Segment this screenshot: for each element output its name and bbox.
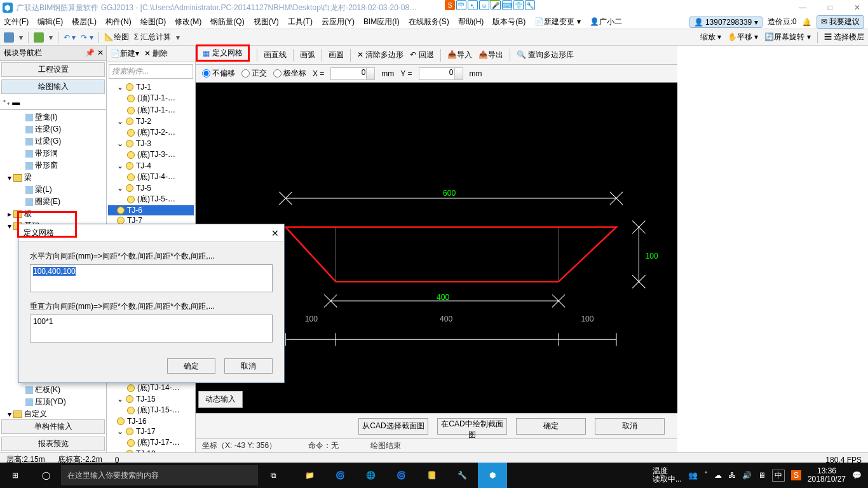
menu-draw[interactable]: 绘图(D) xyxy=(140,17,166,27)
draw-btn[interactable]: 📐绘图 xyxy=(104,32,129,43)
select-floor-btn[interactable]: ☰ 选择楼层 xyxy=(824,32,864,43)
h-spacing-input[interactable]: 100,400,100 xyxy=(30,264,273,292)
tray-up-icon[interactable]: ˄ xyxy=(704,471,708,480)
menu-help[interactable]: 帮助(H) xyxy=(458,17,484,27)
cortana-icon[interactable]: ◯ xyxy=(31,463,61,488)
menu-component[interactable]: 构件(N) xyxy=(105,17,132,27)
pin-icon[interactable]: 📌 xyxy=(85,48,95,57)
del-btn[interactable]: ✕ 删除 xyxy=(144,48,168,59)
polar-radio[interactable]: 极坐标 xyxy=(273,68,306,79)
ime-tool-icon[interactable]: 👕 xyxy=(513,0,524,10)
task-swirl-icon[interactable]: 🌀 xyxy=(386,463,416,488)
expand-icon[interactable]: ⁺₊ xyxy=(3,98,10,107)
cancel-btn[interactable]: 取消 xyxy=(595,418,665,435)
tray-vol-icon[interactable]: 🔊 xyxy=(742,471,752,480)
tray-onedrive-icon[interactable]: ☁ xyxy=(714,471,722,480)
menu-cloud[interactable]: 云应用(Y) xyxy=(322,17,355,27)
drawinput-btn[interactable]: 绘图输入 xyxy=(1,79,105,94)
ime-dot[interactable]: •, xyxy=(468,0,478,10)
paste-icon[interactable] xyxy=(34,32,44,43)
suggest-button[interactable]: ✉ 我要建议 xyxy=(817,15,864,29)
task-dev-icon[interactable]: 🔧 xyxy=(447,463,477,488)
search-input[interactable]: 搜索构件... xyxy=(109,64,193,79)
menu-version[interactable]: 版本号(B) xyxy=(492,17,526,27)
no-offset-radio[interactable]: 不偏移 xyxy=(202,68,235,79)
ortho-radio[interactable]: 正交 xyxy=(241,68,267,79)
close-button[interactable]: ✕ xyxy=(849,2,865,13)
task-ggj-icon[interactable]: ⬢ xyxy=(478,463,507,488)
menu-floor[interactable]: 楼层(L) xyxy=(72,17,97,27)
menu-edit[interactable]: 编辑(E) xyxy=(37,17,63,27)
nav-close-icon[interactable]: ✕ xyxy=(97,48,104,57)
start-button[interactable]: ⊞ xyxy=(0,463,31,488)
report-btn[interactable]: 报表预览 xyxy=(1,437,105,451)
tray-people-icon[interactable]: 👥 xyxy=(688,471,698,480)
v-spacing-input[interactable] xyxy=(30,315,273,342)
sum-calc-btn[interactable]: Σ 汇总计算 xyxy=(134,32,172,43)
menu-online[interactable]: 在线服务(S) xyxy=(409,17,449,27)
dialog-close-icon[interactable]: ✕ xyxy=(271,228,279,238)
tray-screen-icon[interactable]: 🖥 xyxy=(758,471,766,480)
ok-btn[interactable]: 确定 xyxy=(516,418,586,435)
from-cad-btn[interactable]: 从CAD选择截面图 xyxy=(358,418,428,435)
define-grid-btn[interactable]: 定义网格 xyxy=(212,48,243,58)
line-btn[interactable]: 画直线 xyxy=(264,50,287,60)
query-btn[interactable]: 🔍 查询多边形库 xyxy=(517,50,574,60)
weather-widget[interactable]: 温度读取中... xyxy=(653,467,682,484)
undo-btn[interactable]: ↶ 回退 xyxy=(410,50,433,60)
ime-mic-icon[interactable]: 🎤 xyxy=(491,0,501,10)
menu-newchange[interactable]: 📄新建变更 ▾ xyxy=(534,17,580,27)
menu-view[interactable]: 视图(V) xyxy=(254,17,279,27)
rotate-btn[interactable]: 🔄屏幕旋转 ▾ xyxy=(764,32,810,43)
pan-btn[interactable]: ✋平移 ▾ xyxy=(728,32,758,43)
dialog-ok-btn[interactable]: 确定 xyxy=(167,358,215,374)
dropdown-icon[interactable]: ▾ xyxy=(19,33,23,42)
danjian-btn[interactable]: 单构件输入 xyxy=(1,419,105,434)
projset-btn[interactable]: 工程设置 xyxy=(1,62,105,77)
import-btn[interactable]: 📥导入 xyxy=(447,50,472,60)
arc-btn[interactable]: 画弧 xyxy=(300,50,315,60)
export-btn[interactable]: 📤导出 xyxy=(478,50,503,60)
collapse-icon[interactable]: ▬ xyxy=(12,98,20,107)
nav-icons: ⁺₊ ▬ xyxy=(0,95,106,110)
task-app-icon[interactable]: 🌀 xyxy=(325,463,355,488)
windows-taskbar[interactable]: ⊞ ◯ 在这里输入你要搜索的内容 ⧉ 📁 🌀 🌐 🌀 📒 🔧 ⬢ 温度读取中..… xyxy=(0,463,868,488)
ime-zhong[interactable]: 中 xyxy=(456,0,466,10)
menu-xiaoer[interactable]: 👤广小二 xyxy=(590,17,622,27)
ime-wrench-icon[interactable]: 🔧 xyxy=(525,0,535,10)
tray-notif-icon[interactable]: 💬 xyxy=(852,471,862,480)
clearpoly-btn[interactable]: ✕ 清除多边形 xyxy=(357,50,403,60)
taskbar-search[interactable]: 在这里输入你要搜索的内容 xyxy=(61,465,258,485)
y-input[interactable]: 0 xyxy=(419,67,463,80)
task-ie-icon[interactable]: 🌐 xyxy=(356,463,385,488)
menu-file[interactable]: 文件(F) xyxy=(4,17,29,27)
menu-tools[interactable]: 工具(T) xyxy=(288,17,313,27)
new-btn[interactable]: 📄新建▾ xyxy=(111,48,139,59)
save-icon[interactable] xyxy=(4,32,14,43)
task-explorer-icon[interactable]: 📁 xyxy=(295,463,324,488)
undo-icon[interactable]: ↶ ▾ xyxy=(64,33,76,42)
minimize-button[interactable]: — xyxy=(794,2,811,13)
task-note-icon[interactable]: 📒 xyxy=(417,463,446,488)
menu-modify[interactable]: 修改(M) xyxy=(175,17,201,27)
bell-icon[interactable]: 🔔 xyxy=(802,18,811,27)
redo-icon[interactable]: ↷ ▾ xyxy=(81,33,93,42)
tray-sogou-icon[interactable]: S xyxy=(791,470,801,480)
tray-ime[interactable]: 中 xyxy=(772,470,785,482)
in-cad-btn[interactable]: 在CAD中绘制截面图 xyxy=(437,418,507,435)
ime-smile[interactable]: ☺ xyxy=(479,0,489,10)
circle-btn[interactable]: 画圆 xyxy=(329,50,344,60)
ime-kbd-icon[interactable]: ⌨ xyxy=(502,0,512,10)
tray-clock[interactable]: 13:362018/10/27 xyxy=(808,467,846,484)
maximize-button[interactable]: □ xyxy=(823,2,837,13)
phone-pill[interactable]: 👤 13907298339 ▾ xyxy=(689,17,763,28)
menu-rebar[interactable]: 钢筋量(Q) xyxy=(210,17,244,27)
tray-net-icon[interactable]: 🖧 xyxy=(728,471,736,480)
dynamic-input-btn[interactable]: 动态输入 xyxy=(198,391,243,408)
menu-bim[interactable]: BIM应用(I) xyxy=(363,17,400,27)
ime-bar[interactable]: S 中 •, ☺ 🎤 ⌨ 👕 🔧 77 xyxy=(445,0,535,10)
dialog-cancel-btn[interactable]: 取消 xyxy=(224,358,273,374)
zoom-btn[interactable]: 缩放 ▾ xyxy=(700,32,721,43)
x-input[interactable]: 0 xyxy=(330,67,375,80)
taskview-icon[interactable]: ⧉ xyxy=(258,463,288,488)
